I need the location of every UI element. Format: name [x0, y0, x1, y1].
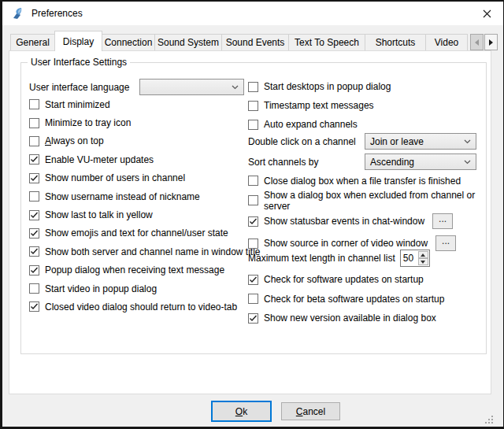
- checkbox-row[interactable]: Start video in popup dialog: [29, 279, 261, 298]
- left-checkbox-list: Start minimized Minimize to tray icon: [29, 95, 261, 316]
- checkbox[interactable]: [29, 154, 39, 165]
- tab-scroll-left-button[interactable]: [470, 34, 484, 50]
- tab[interactable]: Connection: [102, 34, 155, 50]
- tab-label: Display: [63, 36, 94, 47]
- sort-channels-label: Sort channels by: [248, 157, 365, 168]
- checkbox[interactable]: [29, 265, 39, 276]
- checkbox-row[interactable]: Show statusbar events in chat-window ...: [248, 210, 486, 232]
- chevron-down-icon: [232, 85, 239, 90]
- checkbox-row[interactable]: Show username instead of nickname: [29, 187, 261, 205]
- double-click-select[interactable]: Join or leave: [365, 133, 476, 150]
- tab[interactable]: Sound Events: [221, 34, 289, 50]
- language-select[interactable]: [139, 79, 244, 95]
- right-checkbox-list-mid: Close dialog box when a file transfer is…: [248, 171, 486, 254]
- app-icon: [11, 7, 24, 20]
- checkbox-label: Minimize to tray icon: [45, 117, 131, 128]
- checkbox-label: Enable VU-meter updates: [45, 154, 154, 165]
- spin-up-icon: [421, 253, 425, 257]
- cancel-button[interactable]: Cancel: [281, 402, 340, 420]
- checkbox-row[interactable]: Auto expand channels: [248, 115, 391, 134]
- checkbox-label: Start minimized: [45, 99, 110, 110]
- double-click-value: Join or leave: [370, 136, 424, 147]
- ellipsis-button[interactable]: ...: [432, 213, 453, 229]
- tab[interactable]: Shortcuts: [365, 34, 426, 50]
- checkmark-icon: [30, 155, 39, 164]
- tab[interactable]: General: [10, 34, 55, 50]
- language-label: User interface language: [29, 82, 139, 93]
- user-interface-settings-group: User Interface Settings User interface l…: [20, 62, 487, 354]
- spinner-buttons: [417, 250, 429, 266]
- sort-channels-row: Sort channels by Ascending: [248, 153, 476, 170]
- checkbox-row[interactable]: Enable VU-meter updates: [29, 150, 261, 168]
- ok-button[interactable]: Ok: [211, 401, 272, 422]
- close-button[interactable]: [479, 7, 495, 20]
- checkbox[interactable]: [248, 275, 258, 285]
- spin-up-button[interactable]: [418, 251, 428, 258]
- checkbox-row[interactable]: Show number of users in channel: [29, 169, 261, 187]
- checkbox-label: Show last to talk in yellow: [45, 209, 153, 220]
- checkbox-row[interactable]: Popup dialog when receiving text message: [29, 261, 261, 279]
- checkbox-row[interactable]: Timestamp text messages: [248, 96, 391, 115]
- arrow-left-icon: [475, 39, 479, 46]
- checkbox[interactable]: [29, 191, 39, 202]
- checkbox[interactable]: [29, 246, 39, 257]
- checkbox-row[interactable]: Check for beta software updates on start…: [248, 290, 444, 309]
- spin-down-button[interactable]: [418, 258, 428, 265]
- checkbox[interactable]: [29, 210, 39, 220]
- titlebar[interactable]: Preferences: [2, 2, 503, 25]
- checkbox-row[interactable]: Show new version available in dialog box: [248, 309, 444, 328]
- checkbox[interactable]: [248, 294, 258, 304]
- checkmark-icon: [249, 276, 258, 284]
- checkmark-icon: [30, 174, 39, 183]
- tab[interactable]: Video: [425, 34, 468, 50]
- checkbox-row[interactable]: Close dialog box when a file transfer is…: [248, 171, 486, 190]
- sort-channels-select[interactable]: Ascending: [365, 153, 476, 170]
- checkbox[interactable]: [248, 313, 258, 324]
- tab[interactable]: Display: [54, 31, 102, 51]
- checkbox[interactable]: [248, 239, 258, 249]
- checkbox[interactable]: [248, 216, 258, 227]
- checkbox[interactable]: [29, 173, 39, 183]
- right-checkbox-list-bottom: Check for software updates on startup Ch…: [248, 270, 444, 328]
- tab[interactable]: Text To Speech: [288, 34, 365, 50]
- checkbox[interactable]: [29, 118, 39, 128]
- checkbox-label: Show new version available in dialog box: [264, 313, 436, 324]
- checkbox-row[interactable]: Closed video dialog should return to vid…: [29, 298, 261, 316]
- checkbox-row[interactable]: Show last to talk in yellow: [29, 205, 261, 224]
- spinner-value[interactable]: 50: [401, 250, 417, 266]
- checkbox[interactable]: [248, 176, 258, 186]
- tab-scroll-right-button[interactable]: [484, 34, 498, 50]
- checkbox-label: Show statusbar events in chat-window: [264, 216, 424, 227]
- checkbox-label: Check for software updates on startup: [264, 274, 424, 285]
- checkbox[interactable]: [248, 195, 258, 205]
- checkbox-row[interactable]: Check for software updates on startup: [248, 270, 444, 290]
- checkbox-row[interactable]: Show a dialog box when excluded from cha…: [248, 190, 486, 210]
- checkbox-row[interactable]: Always on top: [29, 132, 261, 150]
- checkbox-row[interactable]: Minimize to tray icon: [29, 113, 261, 131]
- checkbox-row[interactable]: Start minimized: [29, 95, 261, 113]
- checkbox-label: Show emojis and text for channel/user st…: [45, 227, 228, 239]
- checkbox-label: Start desktops in popup dialog: [264, 81, 391, 92]
- checkbox-row[interactable]: Show both server and channel name in win…: [29, 242, 261, 261]
- checkmark-icon: [30, 211, 39, 220]
- checkbox[interactable]: [29, 136, 39, 146]
- sort-channels-value: Ascending: [370, 157, 414, 168]
- checkbox[interactable]: [29, 228, 39, 239]
- tab-label: Video: [435, 37, 458, 48]
- tab-bar: General Display Connection Sound System …: [10, 31, 468, 50]
- max-text-length-spinner[interactable]: 50: [400, 250, 430, 267]
- resize-grip[interactable]: [485, 416, 493, 423]
- checkbox[interactable]: [29, 283, 39, 294]
- checkbox[interactable]: [29, 301, 39, 312]
- tab-label: Sound System: [158, 37, 219, 48]
- tab-label: Text To Speech: [295, 37, 359, 48]
- tab[interactable]: Sound System: [154, 34, 222, 50]
- checkbox[interactable]: [248, 120, 258, 130]
- checkbox-row[interactable]: Start desktops in popup dialog: [248, 77, 391, 96]
- checkbox[interactable]: [248, 101, 258, 111]
- checkbox[interactable]: [248, 82, 258, 92]
- checkbox-row[interactable]: Show emojis and text for channel/user st…: [29, 224, 261, 242]
- ellipsis-button[interactable]: ...: [435, 235, 456, 251]
- max-text-length-label: Maximum text length in channel list: [248, 253, 395, 264]
- checkbox[interactable]: [29, 99, 39, 109]
